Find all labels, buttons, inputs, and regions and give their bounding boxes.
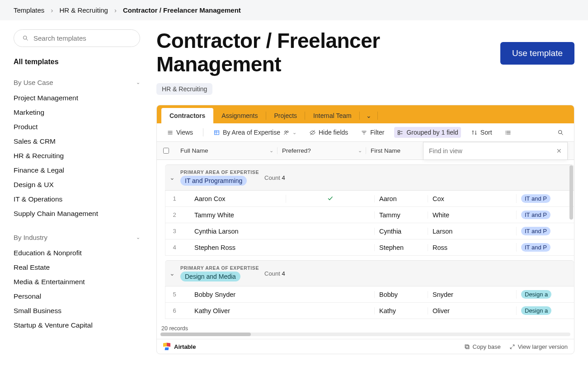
group-count: Count 4	[264, 174, 285, 181]
cell-first-name[interactable]: Stephen	[374, 244, 428, 251]
use-case-list: Project ManagementMarketingProductSales …	[14, 91, 140, 221]
cell-first-name[interactable]: Cynthia	[374, 228, 428, 235]
grouped-button[interactable]: Grouped by 1 field	[394, 127, 461, 138]
expand-icon	[509, 343, 516, 350]
category-pill[interactable]: HR & Recruiting	[156, 83, 212, 95]
search-templates[interactable]	[14, 29, 140, 47]
row-number: 6	[165, 307, 183, 314]
col-first-name[interactable]: First Name	[366, 147, 419, 154]
cell-last-name[interactable]: Ross	[428, 244, 516, 251]
view-larger-button[interactable]: View larger version	[509, 343, 568, 350]
find-input[interactable]	[429, 147, 552, 155]
sidebar-item[interactable]: Design & UX	[14, 178, 140, 192]
find-in-view[interactable]: ✕	[423, 142, 568, 160]
cell-full-name[interactable]: Cynthia Larson	[183, 228, 286, 235]
cell-first-name[interactable]: Kathy	[374, 307, 428, 314]
cell-area[interactable]: IT and P	[516, 227, 574, 235]
sidebar-item[interactable]: Sales & CRM	[14, 134, 140, 149]
col-full-name[interactable]: Full Name ⌄	[175, 147, 277, 154]
cell-last-name[interactable]: Cox	[428, 195, 516, 202]
breadcrumb-templates[interactable]: Templates	[14, 6, 44, 14]
cell-first-name[interactable]: Aaron	[374, 195, 428, 202]
cell-area[interactable]: IT and P	[516, 211, 574, 219]
cell-area[interactable]: Design a	[516, 306, 574, 315]
cell-last-name[interactable]: Larson	[428, 228, 516, 235]
sidebar-item[interactable]: Media & Entertainment	[14, 275, 140, 289]
chevron-down-icon: ⌄	[136, 80, 140, 85]
search-view-button[interactable]	[555, 127, 567, 138]
current-view-button[interactable]: By Area of Expertise ⌄	[211, 127, 299, 138]
cell-full-name[interactable]: Kathy Oliver	[183, 307, 286, 314]
views-button[interactable]: Views	[164, 127, 196, 138]
cell-area[interactable]: IT and P	[516, 194, 574, 203]
sidebar-item[interactable]: Finance & Legal	[14, 163, 140, 178]
select-all-checkbox[interactable]	[163, 148, 169, 154]
cell-full-name[interactable]: Bobby Snyder	[183, 291, 286, 298]
hide-fields-button[interactable]: Hide fields	[306, 127, 351, 138]
tab-assignments[interactable]: Assignments	[213, 108, 266, 123]
sidebar-item[interactable]: Real Estate	[14, 260, 140, 275]
horizontal-scrollbar[interactable]	[160, 333, 570, 336]
table-row[interactable]: 5Bobby SnyderBobbySnyderDesign a	[165, 286, 574, 303]
cell-area[interactable]: IT and P	[516, 243, 574, 252]
industry-list: Education & NonprofitReal EstateMedia & …	[14, 246, 140, 333]
row-number: 5	[165, 291, 183, 298]
area-tag: IT and P	[521, 227, 550, 235]
sidebar-item[interactable]: Product	[14, 120, 140, 134]
sidebar-item[interactable]: Education & Nonprofit	[14, 246, 140, 260]
more-options-button[interactable]	[502, 127, 514, 138]
cell-first-name[interactable]: Tammy	[374, 211, 428, 219]
cell-first-name[interactable]: Bobby	[374, 291, 428, 298]
table-row[interactable]: 3Cynthia LarsonCynthiaLarsonIT and P	[165, 223, 574, 239]
col-label: Preferred?	[282, 147, 311, 154]
row-number: 2	[165, 211, 183, 218]
cell-last-name[interactable]: White	[428, 211, 516, 219]
col-preferred[interactable]: Preferred? ⌄	[277, 147, 366, 154]
cell-full-name[interactable]: Aaron Cox	[183, 195, 286, 202]
cell-full-name[interactable]: Tammy White	[183, 211, 286, 219]
sidebar-item[interactable]: Marketing	[14, 105, 140, 120]
scrollbar[interactable]	[569, 165, 573, 220]
section-use-case[interactable]: By Use Case ⌄	[14, 79, 140, 86]
sort-button[interactable]: Sort	[468, 127, 495, 138]
breadcrumb: Templates › HR & Recruiting › Contractor…	[0, 0, 588, 20]
area-tag: IT and P	[521, 194, 550, 203]
sidebar-item[interactable]: Startup & Venture Capital	[14, 318, 140, 333]
group-header-design[interactable]: ⌄ PRIMARY AREA OF EXPERTISE Design and M…	[165, 260, 574, 286]
sidebar-item[interactable]: Small Business	[14, 304, 140, 318]
cell-preferred[interactable]	[286, 195, 374, 203]
table-row[interactable]: 2Tammy WhiteTammyWhiteIT and P	[165, 207, 574, 223]
filter-button[interactable]: Filter	[358, 127, 387, 138]
section-industry[interactable]: By Industry ⌄	[14, 234, 140, 241]
tab-projects[interactable]: Projects	[266, 108, 306, 123]
table-row[interactable]: 1Aaron CoxAaronCoxIT and P	[165, 191, 574, 207]
cell-last-name[interactable]: Snyder	[428, 291, 516, 298]
breadcrumb-hr[interactable]: HR & Recruiting	[59, 6, 108, 14]
search-input[interactable]	[33, 34, 132, 42]
cell-last-name[interactable]: Oliver	[428, 307, 516, 314]
svg-point-0	[24, 36, 27, 40]
tab-internal-team[interactable]: Internal Team	[305, 108, 360, 123]
table-row[interactable]: 6Kathy OliverKathyOliverDesign a	[165, 303, 574, 319]
copy-base-button[interactable]: Copy base	[464, 343, 501, 350]
tab-contractors[interactable]: Contractors	[161, 108, 213, 123]
svg-line-1	[26, 39, 28, 40]
use-template-button[interactable]: Use template	[500, 42, 574, 65]
sidebar-item[interactable]: Personal	[14, 289, 140, 304]
filter-icon	[361, 129, 367, 136]
sidebar-item[interactable]: Supply Chain Management	[14, 206, 140, 221]
section-label: By Use Case	[14, 79, 53, 86]
sidebar-item[interactable]: IT & Operations	[14, 192, 140, 206]
close-icon[interactable]: ✕	[556, 147, 562, 155]
sidebar-item[interactable]: Project Management	[14, 91, 140, 105]
table-row[interactable]: 4Stephen RossStephenRossIT and P	[165, 239, 574, 256]
tab-more[interactable]: ⌄	[360, 108, 378, 123]
cell-area[interactable]: Design a	[516, 290, 574, 299]
all-templates-link[interactable]: All templates	[14, 58, 140, 66]
group-field-label: PRIMARY AREA OF EXPERTISE	[180, 265, 259, 271]
sidebar-item[interactable]: HR & Recruiting	[14, 149, 140, 163]
views-label: Views	[176, 129, 193, 136]
svg-rect-27	[465, 345, 468, 348]
group-header-it[interactable]: ⌄ PRIMARY AREA OF EXPERTISE IT and Progr…	[165, 164, 574, 191]
cell-full-name[interactable]: Stephen Ross	[183, 244, 286, 251]
